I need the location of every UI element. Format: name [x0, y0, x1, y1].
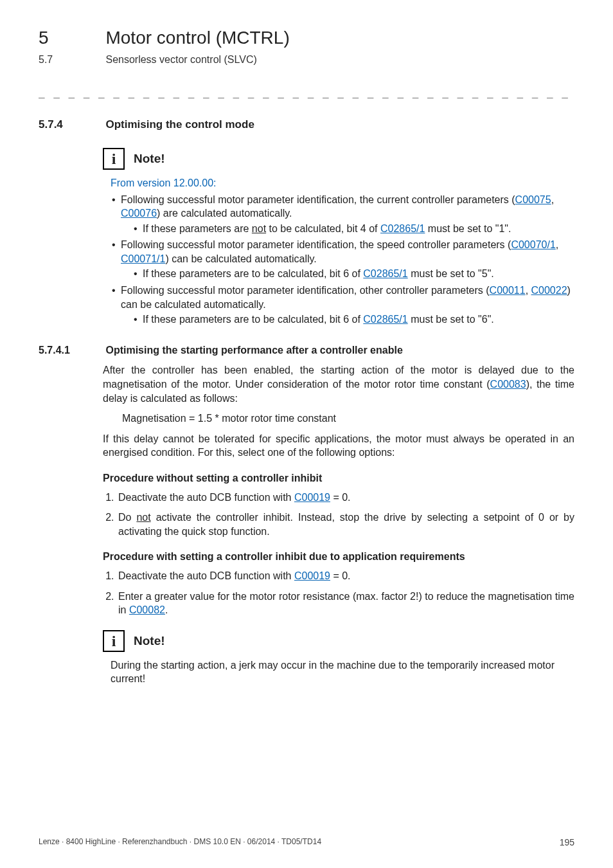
text-b: must be set to "5".: [408, 268, 494, 279]
para-1: After the controller has been enabled, t…: [103, 363, 574, 405]
text-a: Deactivate the auto DCB function with: [118, 492, 294, 503]
link-c00076[interactable]: C00076: [121, 208, 157, 219]
text-not: not: [136, 512, 150, 523]
note-label: Note!: [134, 633, 165, 649]
link-c02865-1[interactable]: C02865/1: [380, 223, 425, 234]
text-b: = 0.: [330, 492, 351, 503]
text-a: If these parameters are to be calculated…: [143, 268, 363, 279]
proc-b-heading: Procedure with setting a controller inhi…: [103, 550, 574, 564]
comma: ,: [551, 194, 554, 205]
section-number: 5.7.4: [39, 118, 103, 132]
text-b: must be set to "6".: [408, 314, 494, 325]
section-title: Optimising the control mode: [105, 118, 254, 132]
text-b: = 0.: [330, 570, 351, 581]
comma: ,: [556, 239, 558, 250]
text-b: to be calculated, bit 4 of: [266, 223, 380, 234]
bullet-3: Following successful motor parameter ide…: [112, 284, 574, 327]
link-c00011[interactable]: C00011: [490, 285, 526, 296]
text-a: Deactivate the auto DCB function with: [118, 570, 294, 581]
link-c02865-1[interactable]: C02865/1: [363, 314, 407, 325]
note-box-1: i Note! From version 12.00.00: Following…: [103, 148, 574, 327]
text-b: .: [165, 604, 168, 615]
subchapter-number: 5.7: [39, 53, 103, 67]
bullet-text: Following successful motor parameter ide…: [121, 285, 490, 296]
comma: ,: [526, 285, 531, 296]
link-c00019[interactable]: C00019: [294, 570, 330, 581]
proc-a-steps: Deactivate the auto DCB function with C0…: [103, 491, 574, 539]
step-b-2: Enter a greater value for the motor roto…: [117, 590, 574, 617]
chapter-title: Motor control (MCTRL): [105, 26, 289, 50]
link-c02865-1[interactable]: C02865/1: [363, 268, 407, 279]
bullet-text: Following successful motor parameter ide…: [121, 239, 511, 250]
text-a: If these parameters are: [143, 223, 252, 234]
bullet-text-tail: ) are calculated automatically.: [157, 208, 292, 219]
link-c00070-1[interactable]: C00070/1: [511, 239, 555, 250]
info-icon: i: [103, 630, 125, 652]
section-574-row: 5.7.4 Optimising the control mode: [39, 118, 574, 132]
step-a-1: Deactivate the auto DCB function with C0…: [117, 491, 574, 505]
note-box-2: i Note! During the starting action, a je…: [103, 630, 574, 686]
text-not: not: [252, 223, 266, 234]
note-text: During the starting action, a jerk may o…: [111, 658, 574, 686]
subbullet-3-1: If these parameters are to be calculated…: [134, 312, 574, 327]
subchapter-title: Sensorless vector control (SLVC): [105, 53, 256, 67]
chapter-header: 5 Motor control (MCTRL): [39, 26, 574, 50]
link-c00083[interactable]: C00083: [490, 379, 526, 390]
note-bullets: Following successful motor parameter ide…: [112, 193, 574, 327]
subbullet-1-1: If these parameters are not to be calcul…: [134, 222, 574, 236]
link-c00071-1[interactable]: C00071/1: [121, 253, 165, 264]
section-number: 5.7.4.1: [39, 343, 103, 357]
link-c00075[interactable]: C00075: [515, 194, 551, 205]
text-a: If these parameters are to be calculated…: [143, 314, 363, 325]
formula-line: Magnetisation = 1.5 * motor rotor time c…: [122, 411, 574, 426]
section-5741-row: 5.7.4.1 Optimising the starting performa…: [39, 343, 574, 357]
divider-dashes: _ _ _ _ _ _ _ _ _ _ _ _ _ _ _ _ _ _ _ _ …: [39, 86, 574, 100]
page-number: 195: [560, 836, 574, 849]
text-c: must be set to "1".: [425, 223, 511, 234]
link-c00022[interactable]: C00022: [531, 285, 567, 296]
info-icon: i: [103, 148, 125, 170]
proc-a-heading: Procedure without setting a controller i…: [103, 471, 574, 485]
subbullet-2-1: If these parameters are to be calculated…: [134, 267, 574, 281]
footer-left: Lenze · 8400 HighLine · Referenzhandbuch…: [39, 836, 321, 849]
bullet-text: Following successful motor parameter ide…: [121, 194, 515, 205]
bullet-text-tail: ) can be calculated automatically.: [165, 253, 316, 264]
page-footer: Lenze · 8400 HighLine · Referenzhandbuch…: [39, 836, 574, 849]
link-c00019[interactable]: C00019: [294, 492, 330, 503]
proc-b-steps: Deactivate the auto DCB function with C0…: [103, 569, 574, 617]
step-b-1: Deactivate the auto DCB function with C0…: [117, 569, 574, 583]
note-lead: From version 12.00.00:: [111, 176, 574, 190]
section-title: Optimising the starting performance afte…: [105, 343, 402, 357]
text-a: Enter a greater value for the motor roto…: [118, 591, 574, 616]
step-a-2: Do not activate the controller inhibit. …: [117, 511, 574, 538]
bullet-2: Following successful motor parameter ide…: [112, 238, 574, 281]
subchapter-row: 5.7 Sensorless vector control (SLVC): [39, 53, 574, 67]
text-b: activate the controller inhibit. Instead…: [118, 512, 574, 537]
para-2: If this delay cannot be tolerated for sp…: [103, 432, 574, 460]
link-c00082[interactable]: C00082: [129, 604, 165, 615]
text-a: Do: [118, 512, 136, 523]
chapter-number: 5: [39, 26, 103, 50]
note-label: Note!: [134, 150, 165, 167]
bullet-1: Following successful motor parameter ide…: [112, 193, 574, 236]
